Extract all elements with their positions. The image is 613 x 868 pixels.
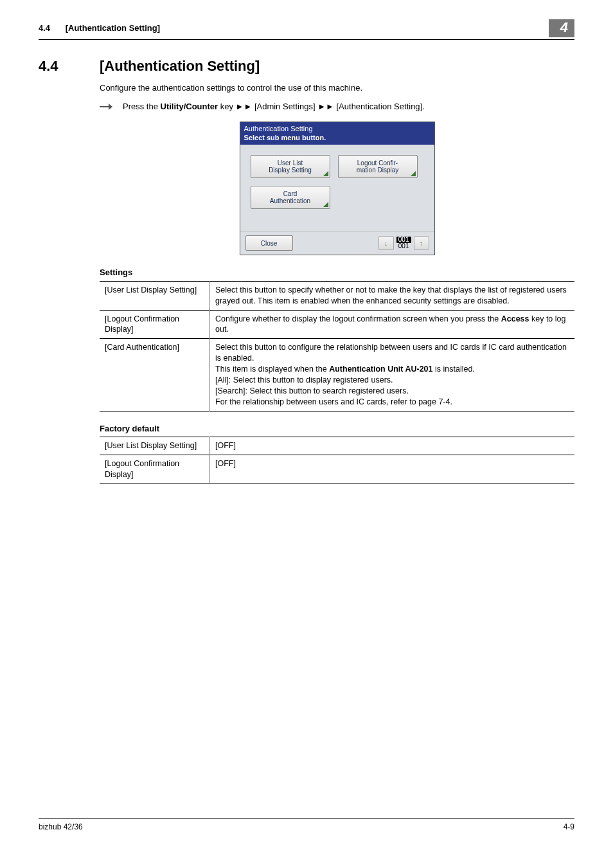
device-button-logout[interactable]: Logout Confir- mation Display [338,155,418,178]
table-row: [User List Display Setting] Select this … [100,281,574,310]
intro-paragraph: Configure the authentication settings to… [100,82,574,94]
triangle-icon [323,202,328,207]
triangle-icon [323,171,328,176]
device-close-button[interactable]: Close [245,235,293,251]
page-count: 001 001 [396,237,411,249]
default-value: [OFF] [210,437,575,455]
setting-desc: Select this button to specify whether or… [210,281,575,310]
setting-desc: Select this button to configure the rela… [210,339,575,411]
section-title-text: [Authentication Setting] [100,57,260,76]
defaults-table: [User List Display Setting] [OFF] [Logou… [100,437,574,484]
setting-name: [Logout Confirmation Display] [100,310,210,339]
svg-marker-1 [109,104,112,110]
defaults-heading: Factory default [100,423,574,435]
default-name: [Logout Confirmation Display] [100,455,210,484]
settings-heading: Settings [100,267,574,278]
triangle-icon [411,171,416,176]
section-number: 4.4 [39,57,100,76]
page-up-icon[interactable]: ↑ [414,236,429,250]
default-value: [OFF] [210,455,575,484]
arrow-right-icon [100,103,112,111]
device-button-userlist[interactable]: User List Display Setting [251,155,330,178]
table-row: [Logout Confirmation Display] Configure … [100,310,574,339]
section-heading: 4.4 [Authentication Setting] [39,57,574,76]
default-name: [User List Display Setting] [100,437,210,455]
running-header: 4.4 [Authentication Setting] 4 [39,0,574,40]
header-section-number: 4.4 [39,23,50,33]
table-row: [User List Display Setting] [OFF] [100,437,574,455]
device-header: Authentication Setting Select sub menu b… [240,122,434,145]
navigation-line: Press the Utility/Counter key ►► [Admin … [100,101,574,113]
settings-table: [User List Display Setting] Select this … [100,281,574,411]
table-row: [Card Authentication] Select this button… [100,339,574,411]
footer-right: 4-9 [564,822,574,832]
setting-name: [Card Authentication] [100,339,210,411]
chapter-badge: 4 [549,19,574,37]
device-pager: ↓ 001 001 ↑ [378,236,429,250]
setting-name: [User List Display Setting] [100,281,210,310]
table-row: [Logout Confirmation Display] [OFF] [100,455,574,484]
navigation-text: Press the Utility/Counter key ►► [Admin … [123,101,425,113]
device-button-cardauth[interactable]: Card Authentication [251,186,330,209]
footer-left: bizhub 42/36 [39,822,83,832]
setting-desc: Configure whether to display the logout … [210,310,575,339]
header-section-title: [Authentication Setting] [66,23,160,33]
device-screenshot: Authentication Setting Select sub menu b… [240,122,435,256]
page-footer: bizhub 42/36 4-9 [39,818,574,832]
page-down-icon[interactable]: ↓ [378,236,394,250]
header-left: 4.4 [Authentication Setting] [39,23,160,34]
